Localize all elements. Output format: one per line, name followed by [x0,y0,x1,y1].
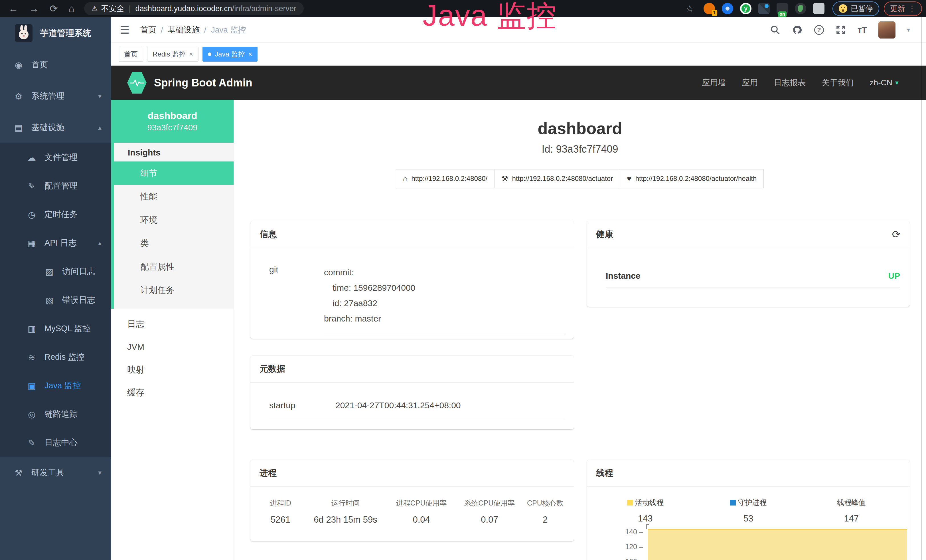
sba-item-metrics[interactable]: 性能 [114,185,234,208]
sba-nav-about[interactable]: 关于我们 [822,77,854,88]
extension-icon-pin[interactable] [722,3,733,14]
sidebar-item-file-manage[interactable]: ☁ 文件管理 [0,143,111,172]
gear-icon: ⚙ [12,91,25,101]
info-row-label: git [269,265,324,334]
sba-item-environment[interactable]: 环境 [114,208,234,232]
breadcrumb: 首页 / 基础设施 / Java 监控 [140,24,246,35]
sidebar-item-scheduled-jobs[interactable]: ◷ 定时任务 [0,200,111,229]
sba-item-jvm[interactable]: JVM [111,336,234,358]
health-card-title: 健康 [596,229,613,240]
timer-icon: ◷ [25,210,38,219]
insecure-warning-icon: ⚠ [92,5,98,12]
tag-redis-monitor[interactable]: Redis 监控 × [147,47,198,62]
extension-icon-tampermonkey[interactable]: on [776,3,788,14]
breadcrumb-infra[interactable]: 基础设施 [168,24,200,35]
sba-item-logs[interactable]: 日志 [111,313,234,336]
actuator-url-button[interactable]: ⚒ http://192.168.0.2:48080/actuator [494,169,620,188]
sba-nav-journal[interactable]: 日志报表 [774,77,806,88]
sidebar-item-api-logs[interactable]: ▦ API 日志 ▴ [0,229,111,257]
app-logo-image [15,24,33,42]
sidebar-item-access-logs[interactable]: ▨ 访问日志 [0,257,111,286]
info-card-body: git commit: time: 1596289704000 id: 27aa… [250,248,574,334]
github-icon[interactable] [792,24,803,35]
ytick-120: 120 [616,543,643,551]
sba-root-items: 日志 JVM 映射 缓存 [111,309,234,404]
sba-item-mappings[interactable]: 映射 [111,358,234,381]
close-icon[interactable]: × [248,50,252,58]
sidebar-item-redis-monitor[interactable]: ≋ Redis 监控 [0,343,111,371]
access-log-icon: ▨ [43,267,56,277]
search-icon[interactable] [770,24,781,35]
edit-icon: ✎ [25,181,38,191]
update-button[interactable]: 更新 ⋮ [884,2,922,16]
forward-icon[interactable]: → [29,0,39,17]
app-logo-row[interactable]: 芋道管理系统 [0,17,111,49]
service-url-button[interactable]: ⌂ http://192.168.0.2:48080/ [396,169,495,188]
breadcrumb-home[interactable]: 首页 [140,24,156,35]
extension-icon-y[interactable]: y [740,3,752,14]
fullscreen-icon[interactable] [835,24,846,35]
sba-nav-wallboard[interactable]: 应用墙 [702,77,726,88]
sba-item-config-props[interactable]: 配置属性 [114,255,234,278]
sba-item-caches[interactable]: 缓存 [111,381,234,404]
process-val-uptime: 6d 23h 15m 59s [304,515,387,525]
sba-logo-icon [127,72,147,94]
sidebar-item-home[interactable]: ◉ 首页 [0,49,111,80]
browser-home-icon[interactable]: ⌂ [69,0,75,17]
extensions-puzzle-icon[interactable] [813,3,825,14]
threads-card: 线程 活动线程 守护进程 线程峰值 143 53 147 140 [587,460,910,560]
sidebar-item-infra[interactable]: ▤ 基础设施 ▴ [0,112,111,143]
address-divider: | [129,4,131,13]
scrollbar-track[interactable] [921,17,922,560]
bookmark-star-icon[interactable]: ☆ [685,0,694,17]
peak-threads-value: 147 [800,513,903,524]
process-card-header: 进程 [250,460,574,487]
sidebar-item-tracing[interactable]: ◎ 链路追踪 [0,400,111,428]
threads-area-series [648,529,907,560]
sba-nav-applications[interactable]: 应用 [742,77,758,88]
process-val-cores: 2 [524,515,567,525]
sidebar-item-log-center[interactable]: ✎ 日志中心 [0,428,111,457]
close-icon[interactable]: × [189,50,193,58]
sidebar-item-dev-tools[interactable]: ⚒ 研发工具 ▾ [0,457,111,488]
sidebar-item-config-manage[interactable]: ✎ 配置管理 [0,172,111,200]
sidebar-item-java-monitor[interactable]: ▣ Java 监控 [0,371,111,400]
health-card-header: 健康 ⟲ [587,221,910,248]
legend-daemon-threads: 守护进程 [697,498,800,507]
sidebar-item-system[interactable]: ⚙ 系统管理 ▾ [0,80,111,112]
extensions-cluster: 1 y on [704,3,825,14]
browser-menu-icon[interactable]: ⋮ [908,4,916,13]
extension-icon-leaf[interactable] [795,3,806,14]
sba-item-details[interactable]: 细节 [114,162,234,185]
address-bar[interactable]: ⚠ 不安全 | dashboard.yudao.iocoder.cn/infra… [84,2,304,15]
user-avatar[interactable] [878,21,896,38]
home-icon: ⌂ [403,174,407,183]
health-url-button[interactable]: ♥ http://192.168.0.2:48080/actuator/heal… [620,169,764,188]
tag-home[interactable]: 首页 [119,47,143,62]
error-log-icon: ▧ [43,295,56,305]
sidebar-item-error-logs[interactable]: ▧ 错误日志 [0,286,111,314]
extension-icon-orange[interactable]: 1 [704,3,715,14]
annotation-text: Java 监控 [423,0,557,36]
history-icon[interactable]: ⟲ [892,229,900,241]
hamburger-icon[interactable]: ☰ [120,24,130,36]
tag-java-monitor[interactable]: Java 监控 × [203,47,257,62]
extension-icon-grid[interactable] [758,3,770,14]
health-instance-row: Instance UP [606,271,900,288]
instance-id: Id: 93a3fc7f7409 [234,143,926,155]
breadcrumb-current: Java 监控 [211,24,246,35]
paused-button[interactable]: 已暂停 [832,2,879,16]
emoji-face-icon [839,4,847,13]
reload-icon[interactable]: ⟳ [50,0,58,17]
sba-language-select[interactable]: zh-CN ▾ [870,78,899,87]
back-icon[interactable]: ← [9,0,18,17]
sba-item-scheduled-tasks[interactable]: 计划任务 [114,278,234,302]
avatar-caret-icon[interactable]: ▾ [907,26,910,34]
help-icon[interactable]: ? [814,25,824,35]
process-card-title: 进程 [260,467,277,479]
text-size-icon[interactable]: тT [858,25,867,35]
sidebar-item-mysql-monitor[interactable]: ▥ MySQL 监控 [0,314,111,343]
screen: ← → ⟳ ⌂ ⚠ 不安全 | dashboard.yudao.iocoder.… [0,0,926,560]
info-card-title: 信息 [260,229,277,240]
sba-item-classes[interactable]: 类 [114,232,234,255]
